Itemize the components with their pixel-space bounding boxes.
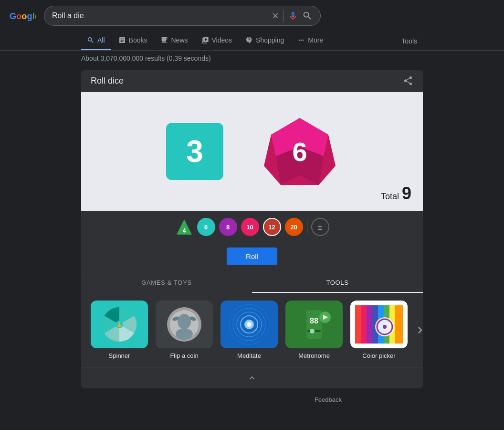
- colorpicker-label: Color picker: [362, 352, 395, 359]
- svg-text:4: 4: [182, 227, 186, 234]
- tool-spinner[interactable]: Spinner: [87, 299, 152, 361]
- nav-shopping[interactable]: Shopping: [240, 32, 290, 50]
- coin-thumbnail: [156, 301, 213, 348]
- feedback-area: Feedback: [0, 392, 504, 407]
- svg-text:Google: Google: [10, 11, 36, 21]
- coin-label: Flip a coin: [170, 352, 198, 359]
- tab-tools[interactable]: TOOLS: [252, 273, 423, 293]
- tool-color-picker[interactable]: Color picker: [346, 299, 411, 361]
- nav-tools[interactable]: Tools: [396, 32, 423, 50]
- svg-point-42: [383, 325, 387, 329]
- svg-rect-34: [367, 305, 372, 344]
- metronome-thumbnail: 88: [285, 301, 343, 348]
- svg-rect-32: [355, 305, 361, 344]
- card-header: Roll dice: [81, 70, 423, 92]
- svg-text:88: 88: [310, 317, 318, 325]
- tab-games[interactable]: GAMES & TOYS: [81, 273, 252, 293]
- svg-point-13: [178, 314, 191, 329]
- search-divider: [284, 10, 284, 22]
- svg-rect-33: [361, 305, 367, 344]
- google-logo: Google: [10, 6, 36, 25]
- die-d12-selector[interactable]: 12: [263, 218, 281, 236]
- colorpicker-thumbnail: [350, 301, 408, 348]
- nav-more[interactable]: More: [292, 32, 329, 50]
- meditate-label: Meditate: [237, 352, 261, 359]
- die-d4[interactable]: 4: [175, 218, 193, 236]
- add-die-button[interactable]: ±: [311, 218, 329, 236]
- svg-rect-39: [395, 305, 403, 344]
- selector-divider: [307, 220, 307, 234]
- total-label: Total: [381, 192, 399, 202]
- share-button[interactable]: [403, 75, 413, 86]
- spinner-label: Spinner: [109, 352, 130, 359]
- search-bar: [44, 6, 321, 26]
- die-d20-selector[interactable]: 20: [285, 218, 303, 236]
- die-d8-selector[interactable]: 8: [219, 218, 237, 236]
- tool-flip-coin[interactable]: Flip a coin: [152, 299, 217, 361]
- dice-display: 3 6 Total 9: [81, 92, 423, 211]
- dice-d12[interactable]: 6: [262, 113, 338, 190]
- svg-point-14: [176, 328, 193, 340]
- svg-point-28: [310, 329, 315, 333]
- tools-tabs: GAMES & TOYS TOOLS: [81, 273, 423, 293]
- nav-videos[interactable]: Videos: [196, 32, 238, 50]
- spinner-thumbnail: [91, 301, 148, 348]
- card-title: Roll dice: [91, 76, 124, 86]
- collapse-button[interactable]: [81, 367, 423, 388]
- roll-button[interactable]: Roll: [227, 247, 277, 265]
- tools-grid: Spinner Flip a coin: [81, 293, 423, 367]
- die-selector: 4 6 8 10 12 20 ±: [81, 211, 423, 243]
- header: Google: [0, 0, 504, 32]
- svg-point-23: [247, 322, 252, 327]
- tool-meditate[interactable]: Meditate: [217, 299, 282, 361]
- scroll-right-button[interactable]: [411, 299, 423, 361]
- voice-search-button[interactable]: [288, 11, 298, 21]
- search-button[interactable]: [302, 11, 313, 21]
- die-d10-selector[interactable]: 10: [241, 218, 259, 236]
- total-area: Total 9: [381, 183, 411, 204]
- feedback-link[interactable]: Feedback: [233, 392, 423, 407]
- main-card: Roll dice 3 6 Total 9: [81, 70, 423, 388]
- results-info: About 3,070,000,000 results (0.39 second…: [0, 51, 504, 66]
- dice-d6[interactable]: 3: [166, 123, 223, 180]
- nav-all[interactable]: All: [81, 32, 111, 50]
- search-input[interactable]: [52, 11, 267, 20]
- nav-news[interactable]: News: [155, 32, 193, 50]
- meditate-thumbnail: [220, 301, 278, 348]
- total-value: 9: [402, 183, 411, 204]
- nav: All Books News Videos Shopping More Tool…: [0, 32, 504, 51]
- nav-books[interactable]: Books: [113, 32, 153, 50]
- metronome-label: Metronome: [298, 352, 330, 359]
- clear-button[interactable]: [271, 11, 280, 20]
- die-d6-selector[interactable]: 6: [197, 218, 215, 236]
- roll-button-area: Roll: [81, 243, 423, 273]
- tool-metronome[interactable]: 88 Metronome: [282, 299, 346, 361]
